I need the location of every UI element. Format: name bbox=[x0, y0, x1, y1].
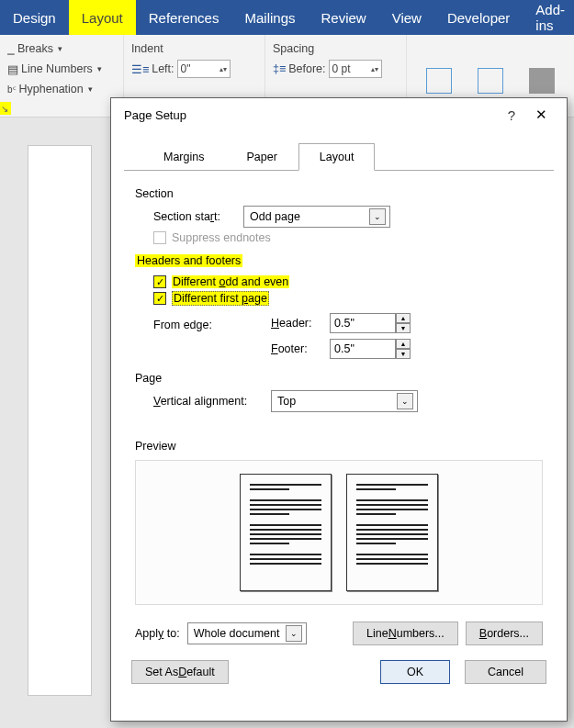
set-as-default-button[interactable]: Set As Default bbox=[131, 660, 229, 684]
breaks-label: Breaks bbox=[17, 42, 53, 55]
preview-heading: Preview bbox=[135, 440, 543, 453]
indent-left-value: 0" bbox=[181, 62, 191, 75]
chevron-down-icon: ⌄ bbox=[369, 208, 386, 225]
spin-up-icon[interactable]: ▲ bbox=[396, 339, 411, 349]
spacing-before-row: ‡≡ Before: 0 pt ▴▾ bbox=[273, 59, 399, 79]
spinner-icon: ▴▾ bbox=[371, 65, 378, 73]
header-distance-value: 0.5" bbox=[334, 317, 355, 330]
position-icon bbox=[426, 68, 452, 94]
dialog-tab-paper[interactable]: Paper bbox=[225, 143, 298, 171]
suppress-endnotes-label: Suppress endnotes bbox=[172, 231, 271, 244]
chevron-down-icon: ⌄ bbox=[286, 625, 302, 642]
preview-page-right bbox=[346, 474, 438, 591]
line-numbers-button[interactable]: Line Numbers... bbox=[353, 622, 458, 645]
page-setup-dialog: Page Setup ? ✕ Margins Paper Layout Sect… bbox=[110, 97, 568, 722]
dialog-title: Page Setup bbox=[124, 108, 499, 122]
spinner-icon: ▴▾ bbox=[219, 65, 227, 73]
tab-developer[interactable]: Developer bbox=[434, 0, 523, 35]
dialog-tab-margins[interactable]: Margins bbox=[142, 143, 225, 171]
indent-left-input[interactable]: 0" ▴▾ bbox=[177, 60, 231, 78]
line-numbers-label: Line Numbers bbox=[21, 62, 93, 75]
spin-down-icon[interactable]: ▼ bbox=[396, 349, 411, 359]
cancel-button[interactable]: Cancel bbox=[465, 660, 546, 684]
ribbon-tabbar: Design Layout References Mailings Review… bbox=[0, 0, 574, 35]
dialog-tab-layout[interactable]: Layout bbox=[298, 143, 376, 171]
hyphenation-label: Hyphenation bbox=[19, 83, 84, 95]
different-first-page-checkbox[interactable]: ✓ bbox=[153, 292, 166, 305]
group-page-setup: ⎯ Breaks ▾ ▤ Line Numbers ▾ bᶜ Hyphenati… bbox=[0, 35, 124, 117]
headers-footers-heading: Headers and footers bbox=[135, 254, 242, 267]
page-heading: Page bbox=[135, 372, 543, 385]
dialog-titlebar: Page Setup ? ✕ bbox=[111, 98, 567, 131]
header-label: Header: bbox=[271, 317, 322, 330]
tab-view[interactable]: View bbox=[379, 0, 434, 35]
suppress-endnotes-checkbox bbox=[153, 231, 166, 244]
vertical-alignment-select[interactable]: Top ⌄ bbox=[271, 390, 418, 412]
spacing-before-value: 0 pt bbox=[332, 62, 351, 75]
header-distance-input[interactable]: 0.5" ▲▼ bbox=[330, 313, 411, 333]
different-first-page-label: Different first page bbox=[172, 291, 269, 306]
hyphenation-icon: bᶜ bbox=[7, 84, 17, 95]
wrap-icon bbox=[478, 68, 503, 94]
indent-left-label: Left: bbox=[152, 62, 174, 75]
apply-to-value: Whole document bbox=[194, 627, 280, 640]
preview-page-left bbox=[240, 474, 332, 591]
spacing-heading: Spacing bbox=[273, 42, 314, 55]
tab-mailings[interactable]: Mailings bbox=[231, 0, 308, 35]
vertical-alignment-value: Top bbox=[277, 395, 296, 408]
dialog-body: Section Section start: Odd page ⌄ Suppre… bbox=[111, 171, 567, 645]
different-odd-even-label: Different odd and even bbox=[172, 275, 289, 288]
chevron-down-icon: ⌄ bbox=[397, 393, 413, 409]
indent-left-row: ☰≡ Left: 0" ▴▾ bbox=[131, 59, 257, 79]
tab-design[interactable]: Design bbox=[0, 0, 69, 35]
breaks-icon: ⎯ bbox=[7, 42, 15, 55]
tab-addins[interactable]: Add-ins bbox=[523, 0, 574, 35]
spin-up-icon[interactable]: ▲ bbox=[396, 313, 411, 323]
section-start-value: Odd page bbox=[250, 210, 300, 223]
apply-to-select[interactable]: Whole document ⌄ bbox=[187, 622, 307, 644]
section-start-select[interactable]: Odd page ⌄ bbox=[243, 206, 390, 228]
section-start-label: Section start: bbox=[153, 210, 236, 223]
footer-label: Footer: bbox=[271, 342, 322, 355]
spacing-before-input[interactable]: 0 pt ▴▾ bbox=[329, 60, 382, 78]
indent-left-icon: ☰≡ bbox=[131, 62, 149, 76]
close-button[interactable]: ✕ bbox=[524, 106, 557, 123]
document-page[interactable] bbox=[28, 145, 92, 696]
preview-area bbox=[135, 460, 543, 605]
spacing-before-icon: ‡≡ bbox=[273, 62, 286, 75]
indent-heading: Indent bbox=[131, 42, 163, 55]
help-button[interactable]: ? bbox=[499, 107, 524, 123]
breaks-button[interactable]: ⎯ Breaks ▾ bbox=[7, 39, 116, 59]
different-odd-even-checkbox[interactable]: ✓ bbox=[153, 275, 166, 288]
vertical-alignment-label: Vertical alignment: bbox=[153, 395, 264, 408]
tab-layout[interactable]: Layout bbox=[69, 0, 136, 35]
ok-button[interactable]: OK bbox=[380, 660, 450, 684]
section-heading: Section bbox=[135, 187, 543, 200]
dialog-footer: Set As Default OK Cancel bbox=[111, 645, 567, 684]
footer-distance-value: 0.5" bbox=[334, 342, 355, 355]
apply-to-label: Apply to: bbox=[135, 627, 180, 640]
spin-down-icon[interactable]: ▼ bbox=[396, 323, 411, 333]
tab-review[interactable]: Review bbox=[309, 0, 379, 35]
bring-icon bbox=[529, 68, 555, 94]
borders-button[interactable]: Borders... bbox=[466, 622, 543, 645]
dialog-tabs: Margins Paper Layout bbox=[124, 131, 554, 171]
line-numbers-button[interactable]: ▤ Line Numbers ▾ bbox=[7, 59, 116, 79]
spacing-before-label: Before: bbox=[288, 62, 325, 75]
line-numbers-icon: ▤ bbox=[7, 62, 18, 76]
footer-distance-input[interactable]: 0.5" ▲▼ bbox=[330, 339, 411, 359]
page-setup-launcher[interactable]: ↘ bbox=[0, 102, 11, 115]
chevron-down-icon: ▾ bbox=[97, 64, 102, 73]
hyphenation-button[interactable]: bᶜ Hyphenation ▾ bbox=[7, 79, 116, 99]
chevron-down-icon: ▾ bbox=[88, 84, 93, 94]
from-edge-label: From edge: bbox=[153, 313, 264, 331]
tab-references[interactable]: References bbox=[136, 0, 232, 35]
chevron-down-icon: ▾ bbox=[58, 44, 62, 53]
